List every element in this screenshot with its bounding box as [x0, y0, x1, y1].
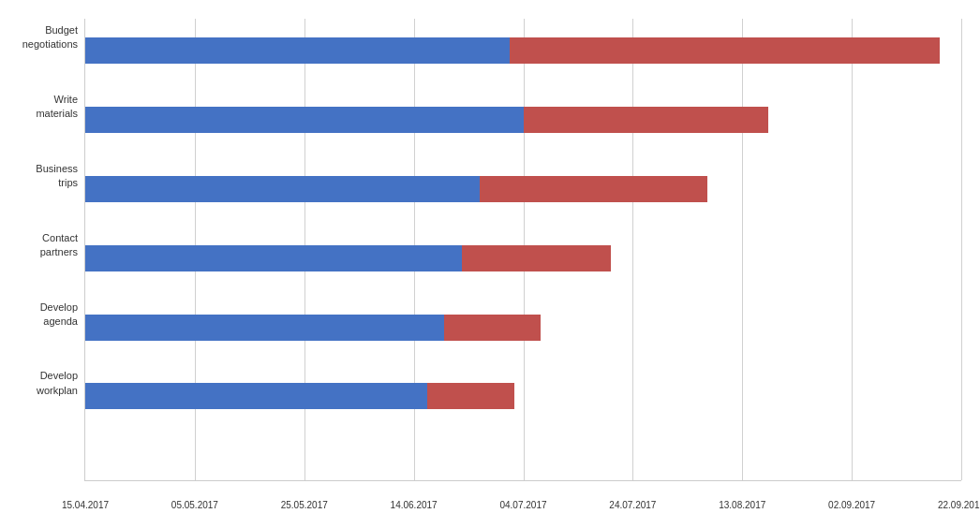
y-label-2: Businesstrips: [3, 161, 78, 190]
x-label-0: 15.04.2017: [62, 500, 109, 510]
bar-red-4: [444, 315, 541, 341]
x-label-8: 22.09.2017: [938, 500, 980, 510]
bar-blue-0: [85, 37, 510, 64]
x-label-7: 02.09.2017: [828, 500, 875, 510]
x-label-4: 04.07.2017: [499, 500, 546, 510]
bar-blue-3: [85, 245, 462, 271]
bar-red-5: [427, 383, 515, 409]
x-label-1: 05.05.2017: [171, 500, 218, 510]
bar-row-1: [85, 107, 961, 133]
bar-red-1: [524, 107, 769, 133]
x-label-3: 14.06.2017: [391, 500, 438, 510]
y-label-0: Budgetnegotiations: [3, 22, 78, 51]
y-label-1: Writematerials: [3, 92, 78, 121]
bar-blue-4: [85, 315, 444, 341]
x-label-5: 24.07.2017: [609, 500, 656, 510]
bar-row-0: [85, 37, 961, 64]
bar-row-2: [85, 176, 961, 202]
bar-blue-5: [85, 383, 427, 409]
x-label-2: 25.05.2017: [281, 500, 328, 510]
chart-area: BudgetnegotiationsWritematerialsBusiness…: [84, 19, 961, 481]
x-label-6: 13.08.2017: [719, 500, 765, 510]
grid-line-8: [961, 19, 962, 480]
bar-row-4: [85, 315, 961, 341]
bar-red-3: [462, 245, 611, 271]
y-label-5: Developworkplan: [3, 369, 78, 398]
bar-row-5: [85, 383, 961, 409]
bar-red-0: [510, 37, 939, 64]
bar-blue-1: [85, 107, 524, 133]
y-label-3: Contactpartners: [3, 230, 78, 259]
chart-container: BudgetnegotiationsWritematerialsBusiness…: [0, 0, 980, 528]
y-label-4: Developagenda: [3, 300, 78, 329]
bar-blue-2: [85, 176, 480, 202]
bar-row-3: [85, 245, 961, 271]
bar-red-2: [480, 176, 707, 202]
